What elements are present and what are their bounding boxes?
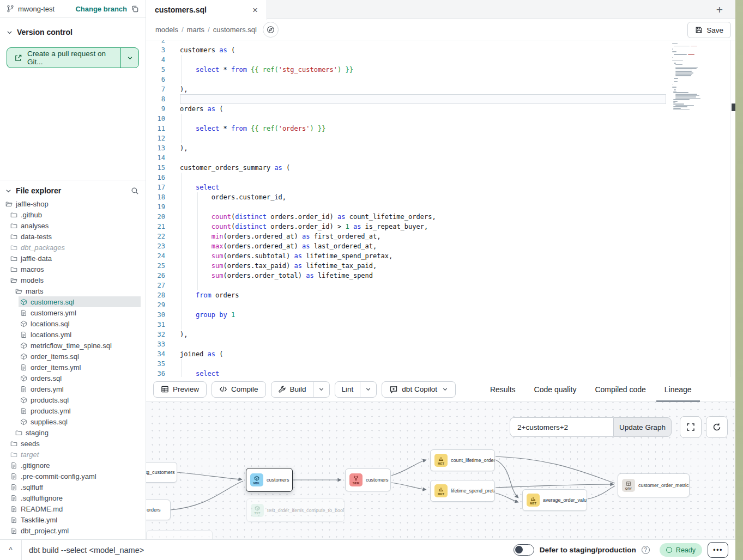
file-tree-item-jaffle-shop[interactable]: jaffle-shop	[0, 198, 146, 209]
update-graph-button[interactable]: Update Graph	[613, 417, 672, 437]
file-tree-item-products-sql[interactable]: products.sql	[0, 394, 146, 405]
scrollbar-thumb[interactable]	[732, 104, 735, 111]
code-line-32[interactable]: 32),	[146, 330, 735, 339]
file-tree-item-models[interactable]: models	[0, 275, 146, 285]
file-tree-item-dbt-packages[interactable]: dbt_packages	[0, 242, 146, 253]
editor-minimap[interactable]	[672, 41, 715, 111]
lint-split-button[interactable]: Lint	[335, 381, 377, 398]
file-tree-item-jaffle-data[interactable]: jaffle-data	[0, 253, 146, 264]
file-tree-item-locations-sql[interactable]: locations.sql	[0, 318, 146, 329]
file-tree-item-data-tests[interactable]: data-tests	[0, 231, 146, 242]
file-tree-item-products-yml[interactable]: products.yml	[0, 405, 146, 416]
code-line-23[interactable]: 23 max(orders.ordered_at) as last_ordere…	[146, 241, 735, 251]
code-line-29[interactable]: 29	[146, 300, 735, 310]
lineage-navigate-button[interactable]	[263, 22, 279, 38]
help-icon[interactable]	[642, 546, 650, 554]
code-line-24[interactable]: 24 sum(orders.subtotal) as lifetime_spen…	[146, 251, 735, 261]
copilot-dropdown-caret[interactable]	[442, 386, 448, 392]
dbt-copilot-button[interactable]: dbt Copilot	[382, 381, 456, 398]
breadcrumb-part[interactable]: marts	[187, 26, 205, 34]
code-line-10[interactable]: 10	[146, 114, 735, 124]
file-tree-item-staging[interactable]: staging	[0, 427, 146, 438]
code-line-28[interactable]: 28 from orders	[146, 290, 735, 300]
file-tree-item--gitignore[interactable]: .gitignore	[0, 460, 146, 471]
lineage-selector-input[interactable]	[510, 417, 613, 437]
code-line-15[interactable]: 15customer_orders_summary as (	[146, 163, 735, 173]
code-line-26[interactable]: 26 sum(orders.order_total) as lifetime_s…	[146, 271, 735, 281]
command-input[interactable]: dbt build --select <model_name>	[22, 546, 144, 555]
lineage-node-orders[interactable]: MDLorders	[146, 500, 171, 520]
file-tree-item-seeds[interactable]: seeds	[0, 438, 146, 449]
file-tree-item-dbt-project-yml[interactable]: dbt_project.yml	[0, 525, 146, 536]
code-line-21[interactable]: 21 count(distinct orders.order_id) > 1 a…	[146, 222, 735, 232]
version-control-header[interactable]: Version control	[5, 25, 140, 40]
create-pr-button[interactable]: Create a pull request on Git...	[7, 47, 139, 68]
build-dropdown-caret[interactable]	[313, 382, 329, 397]
tab-compiled-code[interactable]: Compiled code	[585, 377, 655, 402]
lineage-node-customers-semantic[interactable]: SEMcustomers	[345, 468, 391, 491]
code-line-36[interactable]: 36 select	[146, 369, 735, 377]
preview-button[interactable]: Preview	[153, 381, 207, 398]
lineage-node-average-order-value[interactable]: METaverage_order_value	[522, 489, 587, 511]
file-tree-item--sqlfluffignore[interactable]: .sqlfluffignore	[0, 492, 146, 503]
code-line-22[interactable]: 22 min(orders.ordered_at) as first_order…	[146, 232, 735, 241]
file-tree-item-macros[interactable]: macros	[0, 264, 146, 275]
lineage-node-count-lifetime-orders[interactable]: METcount_lifetime_orders	[430, 449, 495, 471]
file-tree-item-order-items-yml[interactable]: order_items.yml	[0, 362, 146, 373]
file-tree-item--pre-commit-config-yaml[interactable]: .pre-commit-config.yaml	[0, 471, 146, 482]
file-tree-item-marts[interactable]: marts	[0, 285, 146, 296]
refresh-button[interactable]	[706, 416, 728, 438]
new-tab-button[interactable]	[712, 3, 727, 17]
pr-dropdown-caret[interactable]	[120, 48, 138, 68]
code-line-27[interactable]: 27	[146, 281, 735, 290]
code-line-7[interactable]: 7),	[146, 84, 735, 94]
code-editor[interactable]: 23customers as (45 select * from {{ ref(…	[146, 40, 735, 377]
code-line-31[interactable]: 31	[146, 320, 735, 330]
file-tree-item-supplies-sql[interactable]: supplies.sql	[0, 416, 146, 427]
copy-icon[interactable]	[131, 5, 139, 13]
code-line-25[interactable]: 25 sum(orders.tax_paid) as lifetime_tax_…	[146, 261, 735, 271]
code-line-19[interactable]: 19	[146, 202, 735, 212]
lint-dropdown-caret[interactable]	[360, 382, 376, 397]
lineage-node-test-order-items[interactable]: TSTtest_order_items_compute_to_bools...	[246, 498, 345, 522]
code-line-16[interactable]: 16	[146, 173, 735, 182]
collapse-panel-button[interactable]	[0, 540, 22, 560]
lint-button[interactable]: Lint	[335, 382, 360, 397]
close-icon[interactable]	[252, 5, 258, 15]
lineage-node-stg-customers[interactable]: MDLstg_customers	[146, 462, 177, 483]
more-options-button[interactable]	[708, 542, 728, 558]
code-line-5[interactable]: 5 select * from {{ ref('stg_customers') …	[146, 65, 735, 75]
file-tree-item-target[interactable]: target	[0, 449, 146, 460]
file-tree-item-analyses[interactable]: analyses	[0, 220, 146, 231]
file-tree-item--github[interactable]: .github	[0, 209, 146, 220]
breadcrumb-part[interactable]: customers.sql	[213, 26, 257, 34]
code-line-17[interactable]: 17 select	[146, 182, 735, 192]
code-line-13[interactable]: 13),	[146, 143, 735, 153]
code-line-30[interactable]: 30 group by 1	[146, 310, 735, 320]
file-tree-item-customers-sql[interactable]: customers.sql	[0, 296, 146, 307]
code-line-14[interactable]: 14	[146, 153, 735, 163]
defer-toggle[interactable]	[514, 544, 534, 556]
code-line-8[interactable]: 8	[146, 94, 735, 104]
file-tree-item-readme-md[interactable]: README.md	[0, 503, 146, 514]
code-line-12[interactable]: 12	[146, 133, 735, 143]
tab-customers-sql[interactable]: customers.sql	[146, 0, 267, 20]
build-split-button[interactable]: Build	[271, 381, 330, 398]
tab-results[interactable]: Results	[481, 377, 525, 402]
code-line-18[interactable]: 18 orders.customer_id,	[146, 192, 735, 202]
file-tree-item-metricflow-time-spine-sql[interactable]: metricflow_time_spine.sql	[0, 340, 146, 351]
code-line-33[interactable]: 33	[146, 339, 735, 349]
file-tree-item-orders-yml[interactable]: orders.yml	[0, 384, 146, 394]
file-tree-item-order-items-sql[interactable]: order_items.sql	[0, 351, 146, 362]
lineage-node-customer-order-metrics[interactable]: QRYcustomer_order_metrics	[618, 473, 690, 497]
breadcrumb-part[interactable]: models	[155, 26, 178, 34]
change-branch-link[interactable]: Change branch	[75, 5, 127, 13]
code-line-20[interactable]: 20 count(distinct orders.order_id) as co…	[146, 212, 735, 222]
code-line-11[interactable]: 11 select * from {{ ref('orders') }}	[146, 124, 735, 133]
code-line-4[interactable]: 4	[146, 55, 735, 65]
code-line-6[interactable]: 6	[146, 75, 735, 84]
file-tree-item-locations-yml[interactable]: locations.yml	[0, 329, 146, 340]
code-line-9[interactable]: 9orders as (	[146, 104, 735, 114]
code-line-3[interactable]: 3customers as (	[146, 45, 735, 55]
code-line-35[interactable]: 35	[146, 359, 735, 369]
